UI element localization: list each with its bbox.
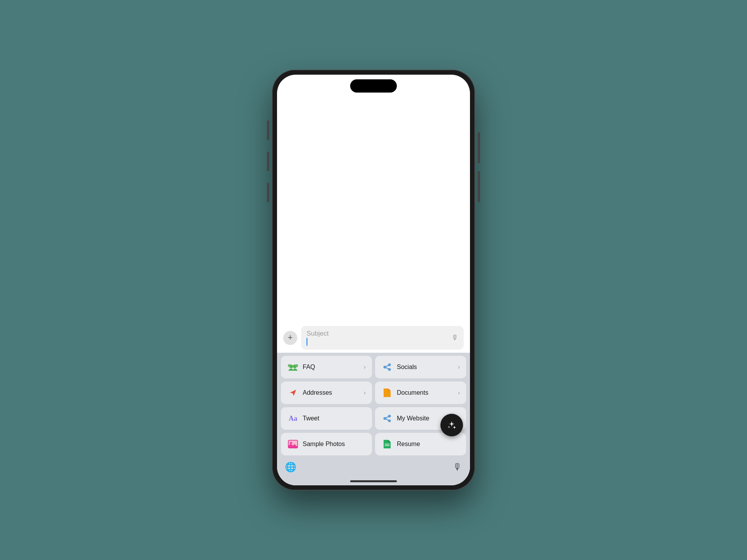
- svg-point-9: [388, 420, 391, 422]
- keyboard-mic-icon[interactable]: 🎙: [453, 462, 462, 472]
- svg-point-7: [388, 415, 391, 418]
- sample-photos-icon: [287, 438, 299, 450]
- mic-icon[interactable]: 🎙: [451, 334, 458, 342]
- shortcut-addresses[interactable]: Addresses ›: [281, 382, 372, 404]
- faq-arrow: ›: [364, 364, 366, 371]
- text-cursor: [307, 338, 307, 346]
- documents-label: Documents: [397, 389, 428, 396]
- globe-icon[interactable]: 🌐: [285, 462, 296, 472]
- plus-button[interactable]: +: [283, 331, 297, 345]
- svg-point-8: [384, 417, 386, 420]
- addresses-icon: [287, 387, 299, 399]
- my-website-icon: [381, 413, 393, 424]
- my-website-label: My Website: [397, 415, 429, 422]
- socials-arrow: ›: [458, 364, 460, 371]
- addresses-label: Addresses: [303, 389, 332, 396]
- socials-icon: [381, 361, 393, 373]
- subject-placeholder: Subject: [307, 330, 448, 346]
- keyboard-bottom-bar: 🌐 🎙: [277, 458, 470, 480]
- shortcut-documents[interactable]: Documents ›: [375, 382, 466, 404]
- svg-point-3: [288, 364, 291, 367]
- home-indicator-area: [277, 480, 470, 485]
- sample-photos-label: Sample Photos: [303, 441, 345, 448]
- shortcut-faq[interactable]: FAQ ›: [281, 356, 372, 378]
- plus-icon: +: [288, 333, 293, 342]
- subject-area: + Subject 🎙: [277, 323, 470, 353]
- shortcut-tweet[interactable]: Aa Tweet: [281, 407, 372, 430]
- shortcut-socials[interactable]: Socials ›: [375, 356, 466, 378]
- documents-icon: [381, 387, 393, 399]
- ai-compose-button[interactable]: [440, 414, 463, 436]
- documents-arrow: ›: [458, 389, 460, 396]
- subject-input-wrapper[interactable]: Subject 🎙: [301, 326, 464, 350]
- email-compose-area: [277, 93, 470, 323]
- faq-label: FAQ: [303, 364, 315, 371]
- subject-placeholder-text: Subject: [307, 330, 329, 337]
- svg-point-6: [388, 368, 391, 371]
- svg-point-5: [384, 366, 386, 369]
- resume-label: Resume: [397, 441, 420, 448]
- faq-icon: [287, 361, 299, 373]
- svg-point-11: [290, 442, 292, 444]
- phone-frame: + Subject 🎙: [272, 70, 475, 490]
- resume-icon: [381, 438, 393, 450]
- tweet-label: Tweet: [303, 415, 319, 422]
- addresses-arrow: ›: [364, 389, 366, 396]
- home-bar: [350, 480, 397, 482]
- tweet-icon: Aa: [287, 413, 299, 424]
- socials-label: Socials: [397, 364, 417, 371]
- sparkles-icon: [446, 420, 457, 430]
- shortcut-sample-photos[interactable]: Sample Photos: [281, 433, 372, 455]
- dynamic-island: [350, 79, 397, 93]
- svg-point-2: [295, 364, 298, 367]
- shortcuts-grid: FAQ › Socials ›: [277, 353, 470, 458]
- svg-point-4: [388, 364, 391, 366]
